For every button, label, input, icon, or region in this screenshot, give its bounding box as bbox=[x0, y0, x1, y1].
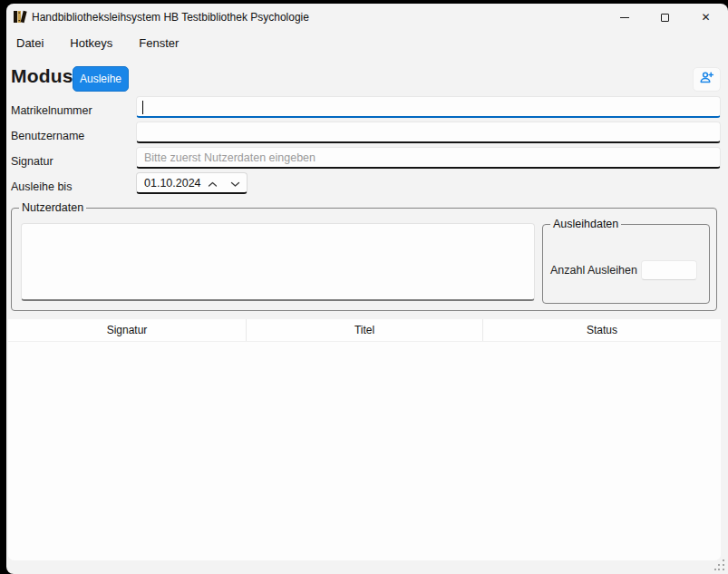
ausleihe-bis-date-spinner[interactable]: 01.10.2024 bbox=[136, 172, 248, 194]
app-books-icon bbox=[12, 9, 27, 24]
loans-table: Signatur Titel Status bbox=[8, 319, 721, 560]
ausleihdaten-groupbox: Ausleihdaten Anzahl Ausleihen bbox=[542, 224, 710, 304]
modus-heading: Modus bbox=[11, 65, 73, 87]
column-header-signatur[interactable]: Signatur bbox=[8, 319, 247, 341]
resize-grip[interactable] bbox=[714, 559, 725, 570]
anzahl-ausleihen-label: Anzahl Ausleihen bbox=[550, 264, 637, 277]
close-icon: ✕ bbox=[701, 12, 710, 23]
title-bar: Handbibliotheksleihsystem HB Testbibliot… bbox=[6, 4, 728, 31]
menu-item-hotkeys[interactable]: Hotkeys bbox=[70, 36, 112, 50]
date-increment-button[interactable] bbox=[201, 173, 224, 192]
close-button[interactable]: ✕ bbox=[685, 4, 726, 31]
menu-item-datei[interactable]: Datei bbox=[16, 36, 44, 50]
minimize-button[interactable] bbox=[604, 4, 645, 31]
signatur-input[interactable] bbox=[136, 147, 721, 169]
ausleihe-bis-label: Ausleihe bis bbox=[11, 180, 72, 193]
person-add-icon bbox=[699, 71, 714, 88]
nutzerdaten-legend: Nutzerdaten bbox=[19, 201, 86, 214]
ausleihe-mode-button[interactable]: Ausleihe bbox=[73, 66, 129, 92]
date-value[interactable]: 01.10.2024 bbox=[137, 177, 201, 190]
benutzername-input[interactable] bbox=[136, 122, 721, 143]
add-user-button[interactable] bbox=[693, 67, 721, 92]
minimize-icon bbox=[620, 17, 629, 18]
anzahl-ausleihen-input[interactable] bbox=[641, 260, 697, 280]
column-header-status[interactable]: Status bbox=[483, 319, 721, 341]
window-title: Handbibliotheksleihsystem HB Testbibliot… bbox=[32, 4, 309, 31]
table-body[interactable] bbox=[8, 342, 721, 560]
nutzerdaten-textarea[interactable] bbox=[21, 223, 535, 301]
text-caret bbox=[142, 101, 143, 114]
ausleihdaten-legend: Ausleihdaten bbox=[550, 218, 621, 230]
app-window: Handbibliotheksleihsystem HB Testbibliot… bbox=[6, 4, 728, 574]
matrikelnummer-label: Matrikelnummer bbox=[11, 104, 92, 117]
menu-bar: Datei Hotkeys Fenster bbox=[16, 36, 179, 50]
chevron-down-icon bbox=[230, 175, 240, 191]
maximize-button[interactable] bbox=[645, 4, 685, 31]
column-header-titel[interactable]: Titel bbox=[247, 319, 483, 341]
benutzername-label: Benutzername bbox=[11, 130, 84, 142]
menu-item-fenster[interactable]: Fenster bbox=[139, 36, 179, 50]
chevron-up-icon bbox=[208, 175, 218, 191]
signatur-label: Signatur bbox=[11, 155, 53, 168]
matrikelnummer-input[interactable] bbox=[136, 96, 721, 118]
date-decrement-button[interactable] bbox=[224, 173, 247, 192]
maximize-icon bbox=[661, 14, 669, 22]
table-header-row: Signatur Titel Status bbox=[8, 319, 721, 342]
